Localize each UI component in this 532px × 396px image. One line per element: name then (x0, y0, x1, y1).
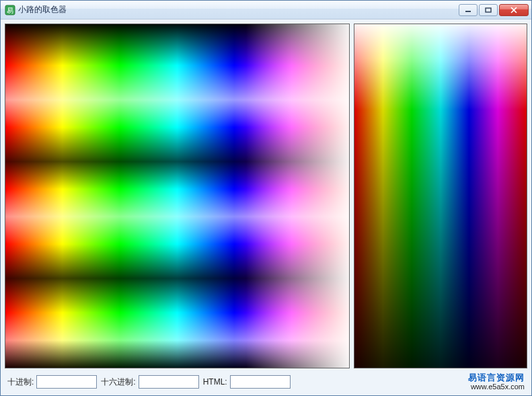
decimal-label: 十进制: (7, 377, 34, 388)
decimal-group: 十进制: (7, 375, 97, 389)
window-title: 小路的取色器 (18, 4, 459, 15)
decimal-input[interactable] (36, 375, 97, 389)
app-window: 易 小路的取色器 (0, 0, 532, 396)
titlebar: 易 小路的取色器 (1, 1, 531, 19)
client-area: 十进制: 十六进制: HTML: 易语言资源网 www.e5a5x.com (1, 19, 531, 395)
svg-rect-2 (465, 11, 471, 12)
maximize-button[interactable] (479, 4, 498, 16)
svg-rect-3 (486, 8, 491, 12)
hex-input[interactable] (139, 375, 199, 389)
value-bar: 十进制: 十六进制: HTML: 易语言资源网 www.e5a5x.com (5, 372, 527, 391)
close-button[interactable] (499, 4, 529, 16)
side-color-palette[interactable] (354, 24, 527, 368)
svg-text:易: 易 (7, 7, 13, 14)
footer-link[interactable]: 易语言资源网 www.e5a5x.com (468, 373, 525, 391)
html-group: HTML: (203, 375, 291, 389)
footer-url: www.e5a5x.com (468, 383, 525, 391)
html-label: HTML: (203, 377, 227, 387)
hex-group: 十六进制: (101, 375, 198, 389)
html-input[interactable] (230, 375, 291, 389)
minimize-button[interactable] (459, 4, 478, 16)
footer-text-cn: 易语言资源网 (468, 373, 525, 383)
main-color-palette[interactable] (5, 24, 350, 368)
window-controls (459, 4, 529, 16)
palette-row (5, 24, 527, 368)
hex-label: 十六进制: (101, 377, 135, 388)
app-icon: 易 (5, 5, 15, 15)
